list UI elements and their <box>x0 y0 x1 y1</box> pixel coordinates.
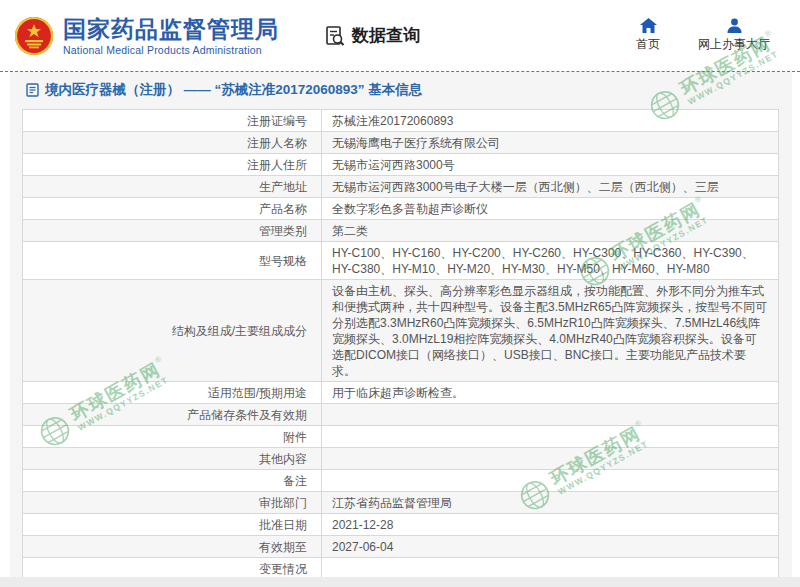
row-label-cell: 注册证编号 <box>23 110 322 132</box>
table-row: 生产地址无锡市运河西路3000号电子大楼一层（西北侧）、二层（西北侧）、三层 <box>23 176 779 198</box>
row-label-cell: 产品名称 <box>23 198 322 220</box>
row-value-cell <box>322 448 779 470</box>
row-label: 产品名称 <box>259 202 307 216</box>
row-value-cell: 设备由主机、探头、高分辨率彩色显示器组成，按功能配置、外形不同分为推车式和便携式… <box>322 280 779 382</box>
row-label-cell: 型号规格 <box>23 242 322 280</box>
table-row: 附件 <box>23 426 779 448</box>
row-value: 全数字彩色多普勒超声诊断仪 <box>332 202 488 216</box>
row-value-cell: 无锡市运河西路3000号电子大楼一层（西北侧）、二层（西北侧）、三层 <box>322 176 779 198</box>
breadcrumb: 境内医疗器械（注册） —— “苏械注准20172060893” 基本信息 <box>10 72 792 106</box>
row-label: 批准日期 <box>259 518 307 532</box>
data-query-label: 数据查询 <box>352 24 420 47</box>
row-label: 附件 <box>283 430 307 444</box>
table-row: 型号规格HY-C100、HY-C160、HY-C200、HY-C260、HY-C… <box>23 242 779 280</box>
row-value-cell: 无锡海鹰电子医疗系统有限公司 <box>322 132 779 154</box>
site-header: 国家药品监督管理局 National Medical Products Admi… <box>0 0 800 72</box>
row-value: 第二类 <box>332 224 368 238</box>
row-label: 管理类别 <box>259 224 307 238</box>
row-label: 其他内容 <box>259 452 307 466</box>
row-label: 结构及组成/主要组成成分 <box>172 324 307 338</box>
row-value-cell: 2021-12-28 <box>322 514 779 536</box>
table-row: 备注 <box>23 470 779 492</box>
row-value: 江苏省药品监督管理局 <box>332 496 452 510</box>
table-row: 适用范围/预期用途用于临床超声诊断检查。 <box>23 382 779 404</box>
row-label-cell: 管理类别 <box>23 220 322 242</box>
agency-title-en: National Medical Products Administration <box>63 44 279 56</box>
national-emblem-logo <box>14 16 54 56</box>
document-icon <box>26 83 39 97</box>
nav-online-hall[interactable]: 网上办事大厅 <box>698 18 770 53</box>
table-row: 注册人名称无锡海鹰电子医疗系统有限公司 <box>23 132 779 154</box>
agency-title-cn: 国家药品监督管理局 <box>63 16 279 42</box>
top-nav: 首页 网上办事大厅 <box>636 18 770 53</box>
row-value: 无锡市运河西路3000号 <box>332 158 455 172</box>
row-label-cell: 结构及组成/主要组成成分 <box>23 280 322 382</box>
table-row: 产品储存条件及有效期 <box>23 404 779 426</box>
row-label-cell: 备注 <box>23 470 322 492</box>
row-label-cell: 适用范围/预期用途 <box>23 382 322 404</box>
row-value-cell: 用于临床超声诊断检查。 <box>322 382 779 404</box>
info-table-body: 注册证编号苏械注准20172060893注册人名称无锡海鹰电子医疗系统有限公司注… <box>23 110 779 587</box>
row-label-cell: 附件 <box>23 426 322 448</box>
row-value: 2027-06-04 <box>332 540 393 554</box>
row-label: 变更情况 <box>259 562 307 576</box>
table-row: 有效期至2027-06-04 <box>23 536 779 558</box>
row-label: 生产地址 <box>259 180 307 194</box>
row-value-cell <box>322 426 779 448</box>
row-label: 注册人住所 <box>247 158 307 172</box>
row-value-cell: HY-C100、HY-C160、HY-C200、HY-C260、HY-C300、… <box>322 242 779 280</box>
row-label: 审批部门 <box>259 496 307 510</box>
data-query-nav[interactable]: 数据查询 <box>323 24 420 48</box>
row-label: 型号规格 <box>259 254 307 268</box>
table-row: 其他内容 <box>23 448 779 470</box>
row-value-cell: 2027-06-04 <box>322 536 779 558</box>
row-value-cell: 无锡市运河西路3000号 <box>322 154 779 176</box>
row-label: 产品储存条件及有效期 <box>187 408 307 422</box>
registration-info-table: 注册证编号苏械注准20172060893注册人名称无锡海鹰电子医疗系统有限公司注… <box>22 109 779 587</box>
row-label: 注册证编号 <box>247 114 307 128</box>
row-value: 无锡海鹰电子医疗系统有限公司 <box>332 136 500 150</box>
content-area: 境内医疗器械（注册） —— “苏械注准20172060893” 基本信息 注册证… <box>10 72 792 577</box>
table-row: 管理类别第二类 <box>23 220 779 242</box>
row-value-cell <box>322 404 779 426</box>
row-value-cell: 全数字彩色多普勒超声诊断仪 <box>322 198 779 220</box>
row-label: 备注 <box>283 474 307 488</box>
row-label-cell: 注册人名称 <box>23 132 322 154</box>
table-row: 结构及组成/主要组成成分设备由主机、探头、高分辨率彩色显示器组成，按功能配置、外… <box>23 280 779 382</box>
table-row: 批准日期2021-12-28 <box>23 514 779 536</box>
row-label-cell: 其他内容 <box>23 448 322 470</box>
nav-home[interactable]: 首页 <box>636 18 660 53</box>
row-value: 设备由主机、探头、高分辨率彩色显示器组成，按功能配置、外形不同分为推车式和便携式… <box>332 284 767 378</box>
row-label-cell: 批准日期 <box>23 514 322 536</box>
row-value: 无锡市运河西路3000号电子大楼一层（西北侧）、二层（西北侧）、三层 <box>332 180 719 194</box>
row-value-cell: 苏械注准20172060893 <box>322 110 779 132</box>
row-label: 适用范围/预期用途 <box>208 386 307 400</box>
row-label-cell: 审批部门 <box>23 492 322 514</box>
footer-strip <box>0 577 800 587</box>
row-label: 注册人名称 <box>247 136 307 150</box>
row-value-cell: 第二类 <box>322 220 779 242</box>
row-value-cell: 江苏省药品监督管理局 <box>322 492 779 514</box>
row-value: HY-C100、HY-C160、HY-C200、HY-C260、HY-C300、… <box>332 246 754 276</box>
row-label-cell: 有效期至 <box>23 536 322 558</box>
nav-home-label: 首页 <box>636 36 660 53</box>
row-label-cell: 产品储存条件及有效期 <box>23 404 322 426</box>
home-icon <box>640 18 657 33</box>
row-label-cell: 注册人住所 <box>23 154 322 176</box>
breadcrumb-text: 境内医疗器械（注册） —— “苏械注准20172060893” 基本信息 <box>45 81 422 99</box>
row-value-cell <box>322 470 779 492</box>
nav-hall-label: 网上办事大厅 <box>698 36 770 53</box>
row-value: 用于临床超声诊断检查。 <box>332 386 464 400</box>
row-value: 苏械注准20172060893 <box>332 114 453 128</box>
table-row: 审批部门江苏省药品监督管理局 <box>23 492 779 514</box>
table-row: 注册人住所无锡市运河西路3000号 <box>23 154 779 176</box>
row-label: 有效期至 <box>259 540 307 554</box>
table-row: 产品名称全数字彩色多普勒超声诊断仪 <box>23 198 779 220</box>
brand-block: 国家药品监督管理局 National Medical Products Admi… <box>63 16 279 56</box>
row-label-cell: 生产地址 <box>23 176 322 198</box>
row-value: 2021-12-28 <box>332 518 393 532</box>
table-row: 注册证编号苏械注准20172060893 <box>23 110 779 132</box>
person-icon <box>727 18 742 33</box>
document-search-icon <box>323 24 347 48</box>
